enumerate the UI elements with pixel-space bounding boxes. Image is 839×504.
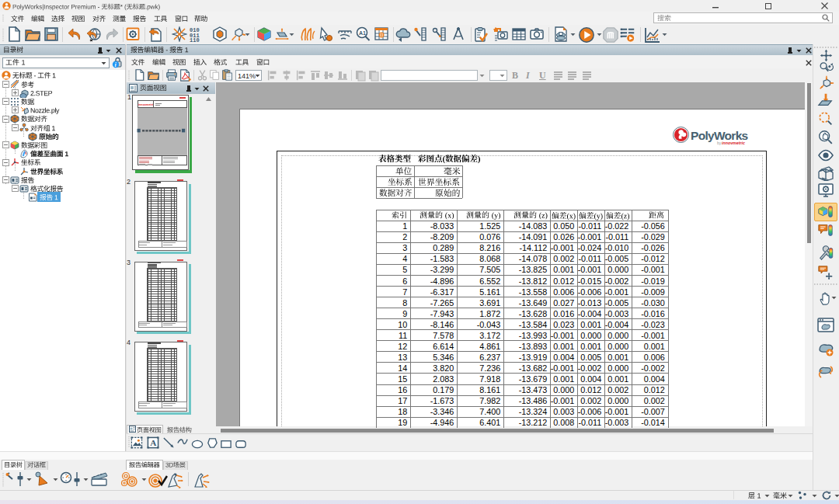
- svg-text:innovmetric: innovmetric: [722, 141, 745, 145]
- svg-text:A: A: [150, 438, 157, 447]
- svg-text:A1: A1: [359, 30, 366, 36]
- svg-text:110: 110: [190, 37, 200, 42]
- svg-text:by: by: [717, 141, 722, 145]
- svg-text:innovmetric: innovmetric: [138, 103, 153, 106]
